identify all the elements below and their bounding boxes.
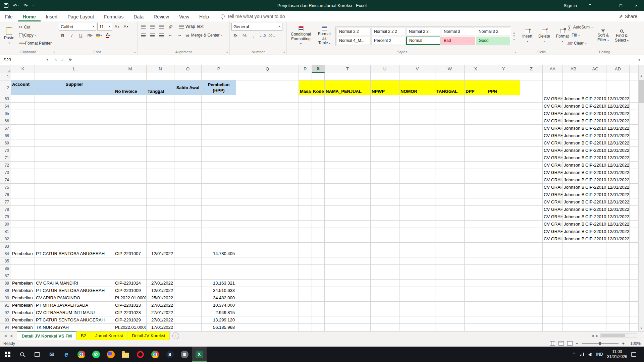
cell-T1[interactable] [325, 73, 371, 80]
cell-S79[interactable] [312, 213, 325, 221]
cell-M66[interactable] [114, 117, 147, 125]
cell-Q77[interactable] [236, 198, 299, 206]
cell-T84[interactable] [325, 250, 371, 257]
cell-Z90[interactable] [520, 294, 543, 302]
cell-AC67[interactable]: CIP-22010 [584, 125, 606, 132]
undo-button[interactable]: ↶▾ [13, 3, 19, 8]
cell-AB79[interactable]: Johnson Ba [563, 213, 584, 221]
cell-R91[interactable] [299, 302, 312, 309]
cell-P70[interactable] [202, 147, 236, 154]
cell-X86[interactable] [465, 265, 487, 272]
cell-S81[interactable] [312, 228, 325, 235]
cell-AA87[interactable] [543, 272, 563, 280]
decrease-font-button[interactable]: A▼ [122, 23, 130, 31]
cell-O90[interactable] [174, 294, 202, 302]
cell-P81[interactable] [202, 228, 236, 235]
cell-AD83[interactable] [606, 243, 630, 250]
style-normal-3-2[interactable]: Normal 3 2 [476, 27, 510, 36]
cell-N66[interactable] [147, 117, 174, 125]
cell-AC75[interactable]: CIP-22010 [584, 184, 606, 191]
align-right-button[interactable] [157, 32, 165, 39]
cell-M85[interactable] [114, 257, 147, 265]
cell-AA79[interactable]: CV GRAHA [543, 213, 563, 221]
gallery-more-button[interactable]: ▼ [513, 38, 515, 41]
style-bad[interactable]: Bad [441, 37, 475, 45]
cell-U63[interactable] [371, 95, 399, 103]
expand-formula-bar-button[interactable]: ▾ [635, 55, 644, 65]
cell-L72[interactable] [35, 162, 114, 169]
cell-M87[interactable] [114, 272, 147, 280]
sign-in-button[interactable]: Sign in [558, 0, 582, 11]
cell-AB83[interactable] [563, 243, 584, 250]
cell-M70[interactable] [114, 147, 147, 154]
share-button[interactable]: ⇗ Share [612, 14, 644, 21]
cell-Z84[interactable] [520, 250, 543, 257]
cell-Q82[interactable] [236, 235, 299, 243]
cell-X66[interactable] [465, 117, 487, 125]
cell-V73[interactable] [399, 169, 435, 176]
cell-M69[interactable] [114, 139, 147, 147]
row-header-74[interactable]: 74 [0, 176, 11, 184]
zoom-in-button[interactable]: + [622, 341, 625, 346]
network-icon[interactable] [580, 353, 584, 356]
cell-X89[interactable] [465, 287, 487, 294]
cell-X90[interactable] [465, 294, 487, 302]
cell-P71[interactable] [202, 154, 236, 162]
cell-AC1[interactable] [584, 73, 606, 80]
tab-review[interactable]: Review [149, 12, 174, 21]
cell-R82[interactable] [299, 235, 312, 243]
cell-P68[interactable] [202, 132, 236, 139]
cell-O65[interactable] [174, 110, 202, 117]
cell-W82[interactable] [435, 235, 465, 243]
cell-M76[interactable] [114, 191, 147, 198]
cell-W77[interactable] [435, 198, 465, 206]
cell-P2[interactable]: Pembelian (HPP) [202, 80, 236, 95]
cell-M71[interactable] [114, 154, 147, 162]
cell-N78[interactable] [147, 206, 174, 213]
cell-L94[interactable]: TK NUR AISYAH [35, 324, 114, 331]
cell-AD1[interactable] [606, 73, 630, 80]
cell-S72[interactable] [312, 162, 325, 169]
column-header-AC[interactable]: AC [584, 65, 606, 73]
cell-Z72[interactable] [520, 162, 543, 169]
row-header-78[interactable]: 78 [0, 206, 11, 213]
cell-Q63[interactable] [236, 95, 299, 103]
clipboard-dialog-launcher[interactable]: ↘ [53, 51, 55, 54]
cell-AB91[interactable] [563, 302, 584, 309]
cell-U84[interactable] [371, 250, 399, 257]
cell-S1[interactable] [312, 73, 325, 80]
cell-AC82[interactable]: CIP-22010 [584, 235, 606, 243]
merge-center-button[interactable]: ⊟Merge & Center▾ [184, 32, 223, 39]
cell-S75[interactable] [312, 184, 325, 191]
conditional-formatting-button[interactable]: ConditionalFormatting ▾ [288, 23, 313, 49]
cell-K82[interactable] [11, 235, 35, 243]
cell-P82[interactable] [202, 235, 236, 243]
cell-L63[interactable] [35, 95, 114, 103]
cell-Y90[interactable] [487, 294, 520, 302]
cell-P73[interactable] [202, 169, 236, 176]
taskbar-app-misc-button[interactable]: ⚙ [177, 347, 192, 362]
tab-data[interactable]: Data [128, 12, 149, 21]
cell-N94[interactable]: 17/01/2022 [147, 324, 174, 331]
cell-M86[interactable] [114, 265, 147, 272]
cell-AD78[interactable]: 12/01/2022 [606, 206, 630, 213]
cell-AA78[interactable]: CV GRAHA [543, 206, 563, 213]
tab-insert[interactable]: Insert [41, 12, 62, 21]
confirm-formula-button[interactable]: ✓ [61, 57, 65, 62]
cell-T93[interactable] [325, 316, 371, 324]
cell-Q70[interactable] [236, 147, 299, 154]
cell-AB69[interactable]: Johnson Ba [563, 139, 584, 147]
sheet-nav-left[interactable]: ◀ [4, 334, 7, 338]
column-header-M[interactable]: M [114, 65, 147, 73]
cell-V72[interactable] [399, 162, 435, 169]
cell-T67[interactable] [325, 125, 371, 132]
cell-T88[interactable] [325, 280, 371, 287]
cell-V77[interactable] [399, 198, 435, 206]
cell-R74[interactable] [299, 176, 312, 184]
cell-V87[interactable] [399, 272, 435, 280]
cell-V74[interactable] [399, 176, 435, 184]
row-header-84[interactable]: 84 [0, 250, 11, 257]
cell-S85[interactable] [312, 257, 325, 265]
save-button[interactable] [4, 3, 8, 8]
taskbar-excel-button[interactable]: X [192, 347, 207, 362]
